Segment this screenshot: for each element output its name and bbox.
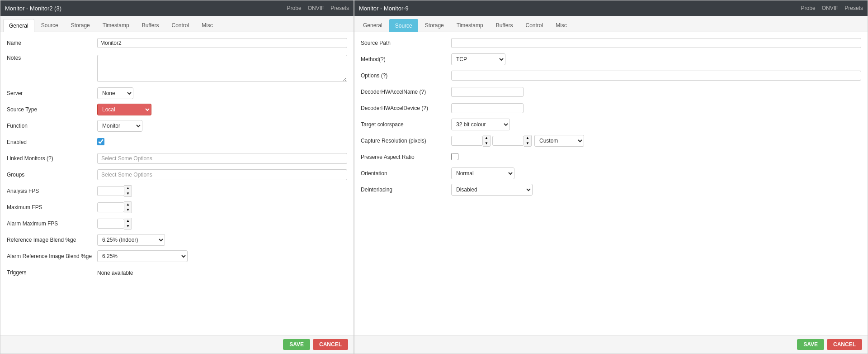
source-path-row: Source Path bbox=[361, 37, 861, 49]
notes-row: Notes bbox=[7, 53, 347, 83]
options-input[interactable] bbox=[451, 71, 861, 81]
groups-control: Select Some Options bbox=[97, 169, 347, 180]
colorspace-select[interactable]: 8 bit grey 16 bit grey 32 bit grey 24 bi… bbox=[451, 119, 510, 130]
tab-misc-left[interactable]: Misc bbox=[196, 19, 219, 32]
hw-accel-name-label: DecoderHWAccelName (?) bbox=[361, 89, 451, 95]
groups-select[interactable]: Select Some Options bbox=[97, 169, 347, 180]
linked-monitors-label: Linked Monitors (?) bbox=[7, 155, 97, 162]
server-select[interactable]: None bbox=[97, 87, 133, 99]
server-row: Server None bbox=[7, 87, 347, 100]
source-type-row: Source Type Local Network FFmpeg LibVLC … bbox=[7, 103, 347, 116]
right-presets-link[interactable]: Presets bbox=[844, 5, 863, 11]
ref-blend-select[interactable]: 6.25% (Indoor) 12.5% 25% 50% bbox=[97, 234, 165, 246]
linked-monitors-row: Linked Monitors (?) Select Some Options bbox=[7, 152, 347, 165]
function-select[interactable]: None Monitor Modect Record Mocord Nodect bbox=[97, 120, 142, 132]
alarm-fps-up[interactable]: ▲ bbox=[124, 218, 132, 224]
capture-width-up[interactable]: ▲ bbox=[483, 135, 490, 141]
triggers-row: Triggers None available bbox=[7, 266, 347, 279]
source-path-label: Source Path bbox=[361, 40, 451, 46]
right-panel-header: Monitor - Monitor-9 Probe ONVIF Presets bbox=[354, 0, 868, 16]
right-save-button[interactable]: SAVE bbox=[797, 339, 824, 350]
preserve-aspect-label: Preserve Aspect Ratio bbox=[361, 154, 451, 160]
analysis-fps-input[interactable] bbox=[97, 186, 124, 196]
tab-buffers-left[interactable]: Buffers bbox=[136, 19, 165, 32]
left-save-button[interactable]: SAVE bbox=[283, 339, 310, 350]
tab-misc-right[interactable]: Misc bbox=[550, 19, 573, 32]
capture-width-stepper: ▲ ▼ bbox=[483, 135, 491, 147]
preserve-aspect-checkbox[interactable] bbox=[451, 153, 458, 160]
max-fps-input[interactable] bbox=[97, 202, 124, 212]
right-probe-link[interactable]: Probe bbox=[801, 5, 816, 11]
linked-monitors-select[interactable]: Select Some Options bbox=[97, 153, 347, 164]
hw-accel-device-control bbox=[451, 103, 861, 113]
left-panel: Monitor - Monitor2 (3) Probe ONVIF Prese… bbox=[0, 0, 354, 354]
tab-timestamp-right[interactable]: Timestamp bbox=[451, 19, 489, 32]
capture-width-input[interactable] bbox=[451, 136, 483, 146]
preserve-aspect-row: Preserve Aspect Ratio bbox=[361, 151, 861, 163]
max-fps-up[interactable]: ▲ bbox=[124, 202, 132, 207]
left-onvif-link[interactable]: ONVIF bbox=[308, 5, 325, 11]
left-presets-link[interactable]: Presets bbox=[330, 5, 349, 11]
alarm-fps-input[interactable] bbox=[97, 219, 124, 229]
triggers-label: Triggers bbox=[7, 269, 97, 276]
method-control: TCP UDP HTTP bbox=[451, 53, 861, 65]
capture-width-down[interactable]: ▼ bbox=[483, 141, 490, 146]
source-type-label: Source Type bbox=[7, 106, 97, 113]
deinterlacing-select[interactable]: Disabled Enabled: High Enabled: Medium E… bbox=[451, 184, 533, 196]
deinterlacing-control: Disabled Enabled: High Enabled: Medium E… bbox=[451, 184, 861, 196]
max-fps-down[interactable]: ▼ bbox=[124, 207, 132, 213]
tab-general-left[interactable]: General bbox=[3, 19, 34, 32]
capture-preset-select[interactable]: Custom 640x480 1280x720 1920x1080 bbox=[534, 135, 584, 147]
enabled-row: Enabled bbox=[7, 136, 347, 148]
capture-height-down[interactable]: ▼ bbox=[524, 141, 531, 146]
capture-height-up[interactable]: ▲ bbox=[524, 135, 531, 141]
alarm-fps-row: Alarm Maximum FPS ▲ ▼ bbox=[7, 217, 347, 230]
capture-res-row: Capture Resolution (pixels) ▲ ▼ ▲ bbox=[361, 134, 861, 147]
source-path-input[interactable] bbox=[451, 38, 861, 48]
orientation-control: Normal Rotate Right Rotate Left Flip H F… bbox=[451, 167, 861, 179]
capture-height-input[interactable] bbox=[492, 136, 524, 146]
method-label: Method(?) bbox=[361, 56, 451, 62]
name-input[interactable] bbox=[97, 38, 347, 48]
alarm-blend-label: Alarm Reference Image Blend %ge bbox=[7, 253, 97, 259]
hw-accel-device-text: DecoderHWAccelDevice (?) bbox=[361, 105, 428, 111]
tab-general-right[interactable]: General bbox=[357, 19, 388, 32]
right-cancel-button[interactable]: CANCEL bbox=[827, 339, 862, 350]
triggers-value: None available bbox=[97, 270, 133, 276]
left-tabs: General Source Storage Timestamp Buffers… bbox=[0, 16, 354, 32]
hw-accel-device-input[interactable] bbox=[451, 103, 524, 113]
source-type-select[interactable]: Local Network FFmpeg LibVLC VidCapture bbox=[97, 104, 151, 115]
function-control: None Monitor Modect Record Mocord Nodect bbox=[97, 120, 347, 132]
orientation-label: Orientation bbox=[361, 170, 451, 177]
right-form-body: Source Path Method(?) TCP UDP HTTP Optio… bbox=[354, 32, 868, 335]
tab-storage-right[interactable]: Storage bbox=[419, 19, 450, 32]
analysis-fps-up[interactable]: ▲ bbox=[124, 186, 132, 191]
tab-timestamp-left[interactable]: Timestamp bbox=[97, 19, 135, 32]
right-onvif-link[interactable]: ONVIF bbox=[822, 5, 839, 11]
tab-source-left[interactable]: Source bbox=[35, 19, 64, 32]
analysis-fps-label: Analysis FPS bbox=[7, 188, 97, 194]
tab-buffers-right[interactable]: Buffers bbox=[490, 19, 519, 32]
hw-accel-device-row: DecoderHWAccelDevice (?) bbox=[361, 102, 861, 115]
colorspace-label: Target colorspace bbox=[361, 121, 451, 128]
orientation-row: Orientation Normal Rotate Right Rotate L… bbox=[361, 167, 861, 180]
alarm-blend-select[interactable]: 6.25% 12.5% 25% 50% bbox=[97, 250, 188, 262]
orientation-select[interactable]: Normal Rotate Right Rotate Left Flip H F… bbox=[451, 167, 514, 179]
enabled-checkbox[interactable] bbox=[97, 138, 104, 145]
name-label: Name bbox=[7, 40, 97, 46]
hw-accel-name-input[interactable] bbox=[451, 87, 524, 97]
options-row: Options (?) bbox=[361, 69, 861, 82]
tab-source-right[interactable]: Source bbox=[389, 19, 418, 32]
analysis-fps-down[interactable]: ▼ bbox=[124, 191, 132, 196]
method-select[interactable]: TCP UDP HTTP bbox=[451, 53, 505, 65]
notes-textarea[interactable] bbox=[97, 55, 347, 82]
function-label: Function bbox=[7, 123, 97, 129]
max-fps-row: Maximum FPS ▲ ▼ bbox=[7, 201, 347, 214]
tab-control-right[interactable]: Control bbox=[519, 19, 549, 32]
left-cancel-button[interactable]: CANCEL bbox=[313, 339, 348, 350]
tab-storage-left[interactable]: Storage bbox=[65, 19, 96, 32]
alarm-fps-down[interactable]: ▼ bbox=[124, 224, 132, 229]
hw-accel-device-label: DecoderHWAccelDevice (?) bbox=[361, 105, 451, 111]
tab-control-left[interactable]: Control bbox=[165, 19, 195, 32]
left-probe-link[interactable]: Probe bbox=[287, 5, 302, 11]
